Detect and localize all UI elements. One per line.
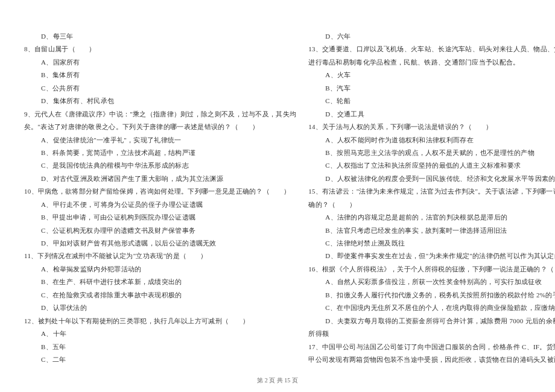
text-line: B、扣缴义务人履行代扣代缴义务的，税务机关按照所扣缴的税款付给 2%的手续费 (308, 289, 555, 302)
text-line: A、自然人买彩票多倍投注，所获一次性奖金特别高的，可实行加成征收 (308, 276, 555, 288)
text-line: 8、自留山属于（ ） (24, 43, 296, 55)
text-line: D、交通工具 (308, 108, 555, 121)
text-line: 确的？（ ） (308, 198, 555, 211)
text-line: A、法律的内容规定总是超前的，法官的判决根据总是滞后的 (308, 211, 555, 224)
text-line: D、夫妻双方每月取得的工资薪金所得可合并计算，减除费用 7000 元后的余额，为… (308, 315, 555, 327)
text-line: B、按照马克思主义法学的观点，人权不是天赋的，也不是理性的产物 (308, 147, 555, 159)
text-line: A、甲行走不便，可将身为公证员的侄子办理公证遗嘱 (24, 198, 296, 211)
text-line: B、汽车 (308, 82, 555, 95)
text-line: 15、有法谚云："法律为未来作规定，法官为过去作判决"。关于该法谚，下列哪一说法… (308, 185, 555, 198)
page-footer: 第 2 页 共 15 页 (0, 376, 555, 385)
text-line: A、火车 (308, 69, 555, 81)
text-line: A、十年 (24, 327, 296, 340)
text-line: C、轮船 (308, 95, 555, 107)
text-line: B、在生产、科研中进行技术革新，成绩突出的 (24, 276, 296, 288)
left-column: D、每三年8、自留山属于（ ）A、国家所有B、集体所有C、公共所有D、集体所有、… (24, 30, 296, 356)
text-line: D、集体所有、村民承包 (24, 95, 296, 107)
text-line: B、法官只考虑已经发生的事实，故判案时一律选择适用旧法 (308, 224, 555, 237)
text-line: D、甲如对该财产曾有其他形式遗嘱，以后公证的遗嘱无效 (24, 237, 296, 250)
text-line: C、公共所有 (24, 82, 296, 95)
text-line: 10、甲病危，欲将部分财产留给保姆，咨询如何处理。下列哪一意见是正确的？（ ） (24, 185, 296, 198)
text-line: C、法律绝对禁止溯及既往 (308, 237, 555, 250)
text-line: A、国家所有 (24, 56, 296, 69)
text-line: 11、下列情况在减刑中不能被认定为"立功表现"的是（ ） (24, 250, 296, 262)
two-column-layout: D、每三年8、自留山属于（ ）A、国家所有B、集体所有C、公共所有D、集体所有、… (24, 30, 531, 356)
text-line: D、对古代亚洲及欧洲诸国产生了重大影响，成为其立法渊源 (24, 172, 296, 185)
text-line: 进行毒品和易制毒化学品检查，民航、铁路、交通部门应当予以配合。 (308, 56, 555, 69)
text-line: 矣。"表达了对唐律的敬畏之心。下列关于唐律的哪一表述是错误的？（ ） (24, 121, 296, 133)
text-line: 13、交通要道、口岸以及飞机场、火车站、长途汽车站、码头对来往人员、物品、货物以… (308, 43, 555, 55)
text-line: C、在抢险救灾或者排除重大事故中表现积极的 (24, 289, 296, 302)
text-line: D、即使案件事实发生在过去，但"为未来作规定"的法律仍然可以作为其认定的根据 (308, 250, 555, 262)
text-line: C、人权指出了立法和执法所应坚持的最低的人道主义标准和要求 (308, 159, 555, 172)
text-line: D、每三年 (24, 30, 296, 43)
text-line: B、甲提出申请，可由公证机构到医院办理公证遗嘱 (24, 211, 296, 224)
text-line: 甲公司发现有两箱货物因包装不当途中受损，因此拒收，该货物在目的港码头又被雨淋受损… (308, 353, 555, 366)
text-line: C、是我国传统法典的楷模与中华法系形成的标志 (24, 159, 296, 172)
text-line: C、在中国境内无住所又不居住的个人，在境内取得的商业保险赔款，应缴纳个人所得税 (308, 302, 555, 314)
text-line: 17、中国甲公司与法国乙公司签订了向中国进口服装的合同，价格条件 C、IF。货到… (308, 341, 555, 353)
right-column: D、六年13、交通要道、口岸以及飞机场、火车站、长途汽车站、码头对来往人员、物品… (308, 30, 555, 356)
text-line: A、人权不能同时作为道德权利和法律权利而存在 (308, 134, 555, 147)
text-line: B、科条简要，宽简适中，立法技术高超，结构严谨 (24, 147, 296, 159)
text-line: B、五年 (24, 341, 296, 353)
text-line: 16、根据《个人所得税法》，关于个人所得税的征缴，下列哪一说法是正确的？（ ） (308, 263, 555, 276)
text-line: A、检举揭发监狱内外犯罪活动的 (24, 263, 296, 276)
text-line: C、二年 (24, 353, 296, 366)
text-line: D、人权被法律化的程度会受到一国民族传统、经济和文化发展水平等因素的影响 (308, 172, 555, 185)
text-line: C、公证机构无权办理甲的遗赠文书及财产保管事务 (24, 224, 296, 237)
text-line: D、六年 (308, 30, 555, 43)
text-line: A、促使法律统治"一准乎礼"，实现了礼律统一 (24, 134, 296, 147)
text-line: D、认罪伏法的 (24, 302, 296, 314)
text-line: 9、元代人在《唐律疏议序》中说："乘之（指唐律）则过，除之则不及，过与不及，其失… (24, 108, 296, 121)
text-line: 所得额 (308, 327, 555, 340)
text-line: 14、关于法与人权的关系，下列哪一说法是错误的？（ ） (308, 121, 555, 133)
text-line: B、集体所有 (24, 69, 296, 81)
text-line: 12、被判处十年以下有期徒刑的三类罪犯，执行几年以上方可减刑（ ） (24, 315, 296, 327)
